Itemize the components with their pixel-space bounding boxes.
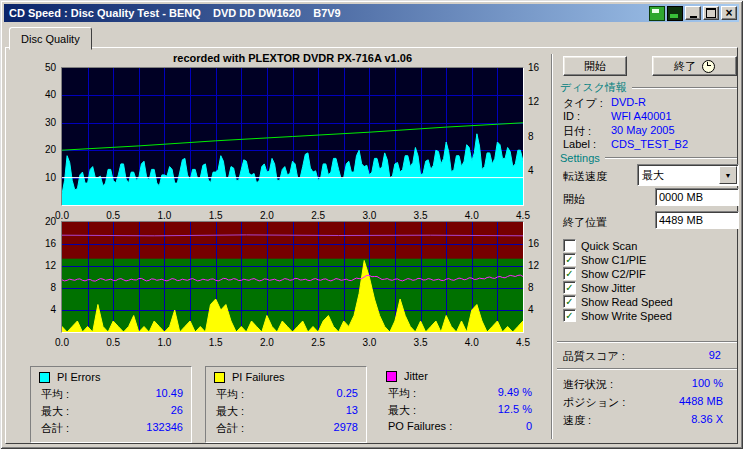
checkbox-quick-scan[interactable]: Quick Scan [563, 239, 637, 252]
disc-id-value: WFI A40001 [611, 110, 672, 122]
checkbox-box[interactable] [563, 239, 576, 252]
disc-date-value: 30 May 2005 [611, 124, 675, 139]
axis-tick-label: 20 [26, 144, 56, 155]
separator [557, 368, 737, 370]
tab-label: Disc Quality [21, 33, 80, 45]
disc-info-row: 日付 : 30 May 2005 [563, 124, 737, 139]
axis-tick-label: 2.5 [308, 210, 328, 221]
axis-tick-label: 4.5 [513, 210, 533, 221]
check-icon: ✓ [565, 297, 573, 307]
checkbox-show-write-speed[interactable]: ✓ Show Write Speed [563, 309, 672, 322]
axis-tick-label: 2.0 [257, 337, 277, 348]
jitter-title: Jitter [404, 370, 428, 382]
axis-tick-label: 12 [528, 96, 539, 107]
check-icon: ✓ [565, 269, 573, 279]
stat-label: PO Failures : [388, 420, 452, 432]
header-rule [605, 157, 737, 159]
stat-value: 0 [526, 420, 532, 432]
axis-tick-label: 12 [26, 260, 56, 271]
axis-tick-label: 2.5 [308, 337, 328, 348]
stat-label: 合計 : [41, 421, 69, 436]
stat-row: 平均 : 9.49 % [388, 386, 532, 401]
axis-tick-label: 16 [528, 238, 539, 249]
chevron-down-icon: ▼ [725, 172, 732, 179]
stop-button-label: 終了 [674, 59, 696, 74]
axis-tick-label: 0.5 [103, 210, 123, 221]
check-icon: ✓ [565, 283, 573, 293]
clock-icon [702, 60, 715, 73]
checkbox-label: Show C1/PIE [581, 254, 646, 266]
stat-value: 2978 [334, 421, 358, 436]
disc-info-header: ディスク情報 [560, 80, 737, 95]
stat-value: 12.5 % [498, 403, 532, 418]
disc-type-value: DVD-R [611, 96, 646, 111]
disc-info-row: ID : WFI A40001 [563, 110, 737, 122]
pi-errors-swatch [39, 372, 50, 383]
disc-id-label: ID : [563, 110, 611, 122]
combo-arrow-button[interactable]: ▼ [719, 166, 737, 184]
axis-tick-label: 3.0 [359, 337, 379, 348]
checkbox-label: Quick Scan [581, 240, 637, 252]
pi-failures-legend: PI Failures [214, 371, 285, 383]
stat-label: 平均 : [216, 387, 244, 402]
jitter-legend: Jitter [386, 370, 428, 382]
disc-type-label: タイプ : [563, 96, 611, 111]
stat-label: 最大 : [216, 404, 244, 419]
tab-disc-quality[interactable]: Disc Quality [9, 27, 92, 50]
axis-tick-label: 8 [528, 282, 534, 293]
axis-tick-label: 1.5 [206, 337, 226, 348]
axis-tick-label: 4 [26, 304, 56, 315]
stat-row: PO Failures : 0 [388, 420, 532, 432]
start-position-input[interactable] [655, 188, 739, 206]
speed-select-value: 最大 [638, 168, 718, 183]
checkbox-show-c1-pie[interactable]: ✓ Show C1/PIE [563, 253, 646, 266]
axis-tick-label: 1.0 [154, 337, 174, 348]
checkbox-box[interactable]: ✓ [563, 309, 576, 322]
checkbox-box[interactable]: ✓ [563, 281, 576, 294]
stat-value: 10.49 [155, 387, 183, 402]
separator [557, 341, 737, 343]
checkbox-label: Show Read Speed [581, 296, 673, 308]
checkbox-label: Show Write Speed [581, 310, 672, 322]
speed-select[interactable]: 最大 ▼ [637, 164, 739, 186]
axis-tick-label: 10 [26, 172, 56, 183]
app-window: CD Speed : Disc Quality Test - BENQ DVD … [0, 0, 743, 449]
pi-errors-box: PI Errors 平均 : 10.49 最大 : 26 合計 : 132346 [30, 366, 192, 443]
vertical-separator [551, 54, 553, 439]
stat-label: 平均 : [388, 386, 416, 401]
checkbox-show-read-speed[interactable]: ✓ Show Read Speed [563, 295, 673, 308]
pif-jitter-chart-canvas [62, 222, 523, 332]
progress-label: 進行状況 : [563, 377, 613, 392]
position-value: 4488 MB [679, 395, 723, 407]
checkbox-box[interactable]: ✓ [563, 295, 576, 308]
checkbox-label: Show C2/PIF [581, 268, 646, 280]
axis-tick-label: 3.5 [411, 210, 431, 221]
progress-value: 100 % [692, 377, 723, 389]
quality-score-label: 品質スコア : [563, 349, 625, 364]
stat-row: 合計 : 132346 [41, 421, 183, 436]
pie-chart-canvas [62, 68, 523, 205]
stat-label: 平均 : [41, 387, 69, 402]
pi-failures-box: PI Failures 平均 : 0.25 最大 : 13 合計 : 2978 [205, 366, 367, 443]
disc-info-header-label: ディスク情報 [560, 80, 627, 95]
checkbox-box[interactable]: ✓ [563, 267, 576, 280]
checkbox-label: Show Jitter [581, 282, 635, 294]
pi-errors-title: PI Errors [57, 371, 100, 383]
end-position-input[interactable] [655, 211, 739, 229]
pie-chart [61, 67, 524, 206]
header-rule [632, 87, 737, 89]
stat-row: 合計 : 2978 [216, 421, 358, 436]
axis-tick-label: 1.0 [154, 210, 174, 221]
disc-info-row: タイプ : DVD-R [563, 96, 737, 111]
pif-jitter-chart [61, 221, 524, 333]
settings-header-label: Settings [560, 152, 600, 164]
start-button[interactable]: 開始 [563, 56, 627, 76]
checkbox-box[interactable]: ✓ [563, 253, 576, 266]
checkbox-show-c2-pif[interactable]: ✓ Show C2/PIF [563, 267, 646, 280]
axis-tick-label: 20 [26, 216, 56, 227]
stop-button[interactable]: 終了 [652, 56, 737, 76]
checkbox-show-jitter[interactable]: ✓ Show Jitter [563, 281, 635, 294]
settings-header: Settings [560, 152, 737, 164]
position-label: ポジション : [563, 395, 625, 410]
axis-tick-label: 30 [26, 117, 56, 128]
